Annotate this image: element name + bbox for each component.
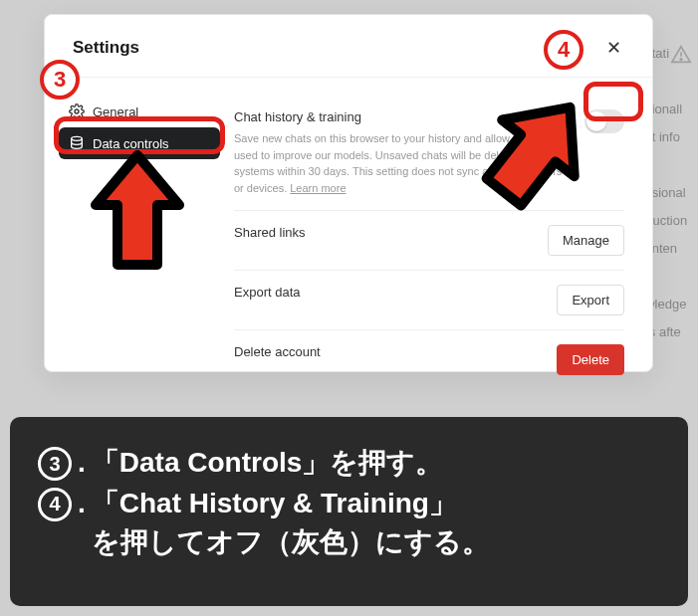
manage-button[interactable]: Manage <box>548 225 624 256</box>
chat-history-desc: Save new chats on this browser to your h… <box>234 130 565 196</box>
section-shared-links: Shared links Manage <box>234 211 624 271</box>
close-icon: ✕ <box>606 37 621 59</box>
caption-line-3: 3 . 「Data Controls」を押す。 <box>38 443 660 484</box>
caption-number-3: 3 <box>38 447 72 481</box>
learn-more-link[interactable]: Learn more <box>290 182 346 194</box>
sidebar-item-label: General <box>93 104 138 119</box>
gear-icon <box>69 103 85 119</box>
section-chat-history: Chat history & training Save new chats o… <box>234 96 624 211</box>
database-icon <box>69 135 85 151</box>
instruction-caption: 3 . 「Data Controls」を押す。 4 . 「Chat Histor… <box>10 417 688 606</box>
delete-account-title: Delete account <box>234 344 537 359</box>
delete-button[interactable]: Delete <box>557 344 624 375</box>
sidebar-item-data-controls[interactable]: Data controls <box>59 127 220 159</box>
sidebar-item-label: Data controls <box>93 136 169 151</box>
caption-text-4: 「Chat History & Training」 <box>92 484 660 524</box>
export-button[interactable]: Export <box>557 285 624 315</box>
shared-links-title: Shared links <box>234 225 528 240</box>
sidebar-item-general[interactable]: General <box>59 96 220 127</box>
section-export-data: Export data Export <box>234 271 624 330</box>
caption-line-4: 4 . 「Chat History & Training」 <box>38 484 660 524</box>
settings-content: Chat history & training Save new chats o… <box>234 78 652 407</box>
caption-number-4: 4 <box>38 488 72 521</box>
modal-title: Settings <box>73 38 139 58</box>
section-delete-account: Delete account Delete <box>234 330 624 389</box>
chat-history-toggle[interactable] <box>584 109 624 133</box>
export-data-title: Export data <box>234 285 537 300</box>
svg-point-2 <box>75 109 79 113</box>
caption-text-4-sub: を押してオフ（灰色）にする。 <box>92 523 660 561</box>
modal-body: General Data controls Chat history & tra… <box>45 78 652 407</box>
svg-point-3 <box>72 136 83 140</box>
close-button[interactable]: ✕ <box>602 37 624 59</box>
chat-history-title: Chat history & training <box>234 109 565 124</box>
settings-modal: Settings ✕ General Data controls C <box>44 14 653 372</box>
toggle-knob <box>586 111 606 131</box>
modal-header: Settings ✕ <box>45 15 652 78</box>
caption-text-3: 「Data Controls」を押す。 <box>92 443 660 484</box>
settings-sidebar: General Data controls <box>45 78 234 407</box>
